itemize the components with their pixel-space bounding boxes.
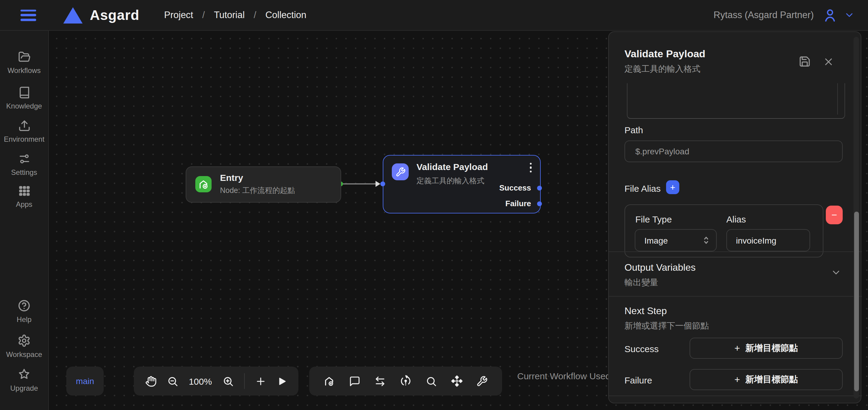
zoom-out-icon[interactable] (167, 375, 179, 387)
validate-payload-node[interactable]: Validate Payload 定義工具的輸入格式 Success Failu… (383, 155, 541, 213)
breadcrumb-separator: / (254, 10, 256, 21)
sliders-icon (18, 152, 30, 165)
panel-subtitle: 定義工具的輸入格式 (624, 64, 701, 75)
remove-file-alias-button[interactable]: − (826, 206, 843, 224)
node-title: Entry (220, 172, 243, 183)
arrange-icon[interactable] (451, 375, 463, 387)
branch-button[interactable]: main (66, 367, 104, 396)
file-type-label: File Type (635, 214, 672, 224)
save-icon[interactable] (799, 56, 811, 67)
alias-value: invoiceImg (736, 235, 776, 245)
close-icon[interactable] (823, 56, 834, 67)
account-name: Rytass (Asgard Partner) (714, 10, 814, 21)
asgard-logo (63, 7, 83, 23)
sidebar-item-help[interactable]: Help (0, 299, 48, 324)
alias-input[interactable]: invoiceImg (726, 229, 810, 252)
alias-label: Alias (726, 214, 746, 224)
validate-input-port[interactable] (380, 181, 385, 186)
workflow-usage-status: Current Workflow Used (517, 371, 611, 381)
wrench-icon[interactable] (476, 375, 488, 387)
sidebar-item-environment[interactable]: Environment (0, 119, 48, 144)
failure-port-label: Failure (505, 199, 531, 208)
zoom-level: 100% (189, 376, 212, 386)
plus-icon: + (735, 374, 740, 385)
add-entry-node-icon[interactable] (323, 375, 336, 387)
add-target-label: 新增目標節點 (745, 374, 798, 385)
swap-arrows-icon[interactable] (374, 375, 386, 387)
node-title: Validate Payload (416, 162, 488, 172)
success-port-label: Success (499, 183, 531, 192)
kebab-menu-icon[interactable] (530, 163, 532, 172)
sidebar-item-apps[interactable]: Apps (0, 184, 48, 209)
node-config-panel: Validate Payload 定義工具的輸入格式 Path $.prevPa… (608, 31, 861, 403)
breadcrumb-separator: / (202, 10, 205, 21)
select-chevrons-icon (703, 236, 710, 245)
path-label: Path (624, 125, 643, 135)
entry-node[interactable]: Entry Node: 工作流程的起點 (186, 167, 341, 203)
zoom-in-icon[interactable] (222, 375, 234, 387)
edge-connector (343, 184, 377, 184)
node-subtitle: Node: 工作流程的起點 (220, 186, 295, 196)
failure-output-port[interactable] (537, 201, 542, 206)
folder-icon (18, 51, 30, 63)
node-tools-toolbar (309, 367, 502, 396)
branch-label: main (76, 376, 94, 386)
file-alias-card: File Type Alias Image invoiceImg (624, 204, 824, 258)
chevron-down-icon[interactable] (831, 267, 841, 278)
toolbar-divider (244, 373, 245, 389)
breadcrumb-collection[interactable]: Collection (265, 10, 306, 21)
grid-icon (18, 184, 30, 197)
star-icon (18, 368, 31, 381)
book-icon (18, 86, 30, 99)
minus-icon: − (832, 209, 837, 221)
edge-arrowhead-icon (375, 181, 380, 187)
add-target-label: 新增目標節點 (745, 343, 798, 354)
breadcrumb: Project / Tutorial / Collection (164, 10, 307, 21)
path-input[interactable]: $.prevPayload (624, 141, 843, 162)
output-variables-title: Output Variables (624, 262, 695, 273)
add-file-alias-button[interactable]: + (666, 180, 679, 194)
plus-icon: + (670, 182, 675, 192)
sidebar-item-workspace[interactable]: Workspace (0, 334, 48, 359)
add-failure-target-button[interactable]: + 新增目標節點 (689, 369, 843, 390)
panel-title: Validate Payload (624, 48, 705, 60)
panel-footer-divider (609, 396, 862, 396)
panel-scrollbar-track[interactable] (854, 37, 859, 399)
file-type-select[interactable]: Image (635, 229, 717, 252)
home-plus-icon (195, 176, 212, 192)
user-icon[interactable] (822, 7, 838, 23)
add-icon[interactable] (255, 375, 267, 387)
next-step-title: Next Step (624, 306, 667, 317)
chevron-down-icon[interactable] (844, 10, 855, 21)
breadcrumb-tutorial[interactable]: Tutorial (214, 10, 245, 21)
textarea-scrollbar[interactable] (837, 83, 838, 115)
sidebar-item-settings[interactable]: Settings (0, 152, 48, 177)
gear-icon (18, 334, 31, 347)
sidebar-item-knowledge[interactable]: Knowledge (0, 86, 48, 110)
next-step-subtitle: 新增或選擇下一個節點 (624, 321, 709, 332)
comment-icon[interactable] (349, 375, 361, 387)
add-success-target-button[interactable]: + 新增目標節點 (689, 338, 843, 359)
success-output-port[interactable] (537, 186, 542, 191)
menu-icon[interactable] (21, 9, 36, 21)
play-icon[interactable] (277, 376, 287, 386)
upload-icon (18, 119, 30, 132)
wrench-icon (392, 164, 409, 180)
success-row-label: Success (624, 344, 658, 354)
sidebar-item-upgrade[interactable]: Upgrade (0, 368, 48, 392)
breadcrumb-project[interactable]: Project (164, 10, 193, 21)
file-type-value: Image (644, 235, 668, 245)
idea-rotate-icon[interactable] (400, 375, 412, 387)
search-icon[interactable] (426, 375, 437, 387)
plus-icon: + (735, 343, 740, 354)
schema-textarea[interactable] (627, 83, 845, 119)
section-divider (609, 296, 862, 297)
hand-pan-icon[interactable] (145, 375, 157, 387)
sidebar-item-workflows[interactable]: Workflows (0, 51, 48, 75)
help-icon (18, 299, 31, 312)
panel-scrollbar-thumb[interactable] (854, 212, 859, 391)
path-value: $.prevPayload (635, 147, 689, 156)
canvas-controls-toolbar: 100% (134, 367, 299, 396)
sidebar: Workflows Knowledge Environment Settings… (0, 30, 49, 410)
brand-name: Asgard (90, 7, 140, 23)
